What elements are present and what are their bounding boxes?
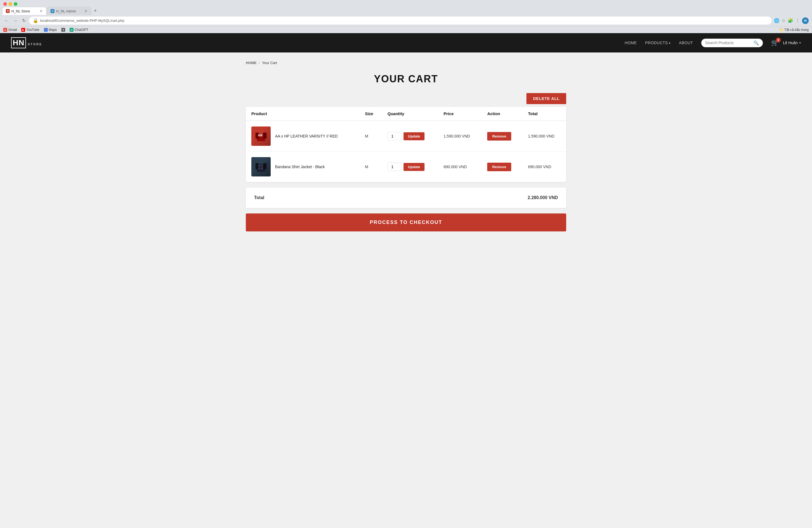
delete-all-button[interactable]: DELETE ALL (526, 93, 566, 104)
tab-admin-close[interactable]: ✕ (84, 9, 88, 13)
user-name: Lê Huân (783, 41, 798, 45)
browser-chrome: H H_NL Store ✕ H H_NL Admin ✕ + ← → ↻ 🔒 … (0, 0, 812, 33)
total-amount: 2.280.000 VND (528, 195, 558, 200)
product-cell-1: HA AA x HP LEATHER VARSITY // RED (246, 121, 359, 151)
table-row: HA AA x HP LEATHER VARSITY // RED M Upda… (246, 121, 566, 151)
bookmark-maps[interactable]: 📍 Maps (44, 28, 57, 32)
cart-table-container: Product Size Quantity Price Action Total (246, 107, 566, 182)
qty-input-1[interactable] (388, 132, 401, 140)
checkout-container: PROCESS TO CHECKOUT (246, 214, 566, 231)
cart-table: Product Size Quantity Price Action Total (246, 107, 566, 182)
total-cell-2: 690.000 VND (523, 151, 566, 182)
search-box: 🔍 (701, 39, 763, 47)
product-name-1: AA x HP LEATHER VARSITY // RED (275, 134, 338, 138)
remove-button-2[interactable]: Remove (487, 163, 511, 171)
table-row: Bandana Shirt Jacket - Black M Update 69… (246, 151, 566, 182)
qty-cell-2: Update (382, 151, 438, 182)
minimize-light[interactable] (9, 2, 12, 6)
breadcrumb: HOME / Your Cart (246, 61, 566, 65)
cart-button[interactable]: 🛒 2 (771, 39, 779, 46)
col-price: Price (438, 107, 482, 121)
tab-store-close[interactable]: ✕ (40, 9, 43, 13)
forward-button[interactable]: → (12, 18, 19, 24)
address-bar: ← → ↻ 🔒 localhost/Ecommerce_website-PHP-… (0, 15, 812, 26)
action-cell-1: Remove (482, 121, 523, 151)
tabs-bar: H H_NL Store ✕ H H_NL Admin ✕ + (0, 6, 812, 15)
svg-rect-9 (261, 165, 263, 167)
maps-icon: 📍 (44, 28, 48, 32)
bookmark-gmail[interactable]: G Gmail (3, 28, 17, 32)
action-cell-2: Remove (482, 151, 523, 182)
url-bar[interactable]: 🔒 localhost/Ecommerce_website-PHP-MySQL/… (29, 17, 772, 25)
profile-avatar[interactable]: H (802, 17, 809, 24)
bookmarks-all[interactable]: 📁 Tất cả dấu trang (779, 28, 809, 32)
store-favicon: H (6, 9, 10, 13)
checkout-button[interactable]: PROCESS TO CHECKOUT (246, 214, 566, 231)
search-input[interactable] (705, 41, 753, 45)
translate-icon[interactable]: 🌐 (774, 18, 779, 23)
tab-admin-label: H_NL Admin (56, 9, 76, 13)
close-light[interactable] (3, 2, 7, 6)
update-button-1[interactable]: Update (404, 132, 424, 140)
page-title: YOUR CART (246, 73, 566, 85)
bookmark-youtube-label: YouTube (26, 28, 39, 32)
col-quantity: Quantity (382, 107, 438, 121)
col-product: Product (246, 107, 359, 121)
bookmark-gmail-label: Gmail (8, 28, 17, 32)
tab-admin[interactable]: H H_NL Admin ✕ (47, 7, 91, 15)
main-container: HOME / Your Cart YOUR CART DELETE ALL Pr… (240, 53, 572, 248)
bookmark-generic[interactable]: ● (61, 28, 65, 32)
qty-container-2: Update (388, 163, 433, 171)
chatgpt-icon: AI (70, 28, 73, 32)
nav-products[interactable]: PRODUCTS (645, 41, 671, 45)
traffic-lights (0, 0, 812, 6)
col-total: Total (523, 107, 566, 121)
user-menu-button[interactable]: Lê Huân (783, 41, 801, 45)
new-tab-button[interactable]: + (92, 7, 99, 15)
price-cell-2: 690.000 VND (438, 151, 482, 182)
back-button[interactable]: ← (3, 18, 10, 24)
svg-rect-11 (261, 167, 263, 170)
total-label: Total (254, 195, 264, 200)
extension-icon[interactable]: 🧩 (788, 18, 793, 23)
cart-user-area: 🛒 2 Lê Huân (771, 39, 801, 46)
product-info-1: HA AA x HP LEATHER VARSITY // RED (251, 127, 354, 146)
youtube-icon: ▶ (21, 28, 25, 32)
nav-home[interactable]: HOME (625, 41, 637, 45)
product-info-2: Bandana Shirt Jacket - Black (251, 157, 354, 176)
col-size: Size (359, 107, 382, 121)
brand-logo[interactable]: HN STORE (11, 37, 42, 48)
product-image-1: HA (251, 127, 271, 146)
size-cell-1: M (359, 121, 382, 151)
tab-store[interactable]: H H_NL Store ✕ (2, 7, 46, 15)
bookmark-chatgpt-label: ChatGPT (75, 28, 88, 32)
brand-hn: HN (11, 37, 26, 48)
breadcrumb-separator: / (259, 61, 260, 65)
cart-table-body: HA AA x HP LEATHER VARSITY // RED M Upda… (246, 121, 566, 182)
delete-all-row: DELETE ALL (246, 93, 566, 104)
maximize-light[interactable] (14, 2, 17, 6)
gmail-icon: G (3, 28, 7, 32)
cart-table-header: Product Size Quantity Price Action Total (246, 107, 566, 121)
svg-rect-7 (263, 163, 266, 169)
reload-button[interactable]: ↻ (21, 17, 27, 24)
nav-links: HOME PRODUCTS ABOUT (625, 41, 693, 45)
bookmark-maps-label: Maps (49, 28, 57, 32)
brand-store: STORE (28, 43, 42, 46)
bookmark-icon[interactable]: ☆ (782, 18, 785, 23)
nav-about[interactable]: ABOUT (679, 41, 693, 45)
qty-input-2[interactable] (388, 163, 401, 171)
bookmark-chatgpt[interactable]: AI ChatGPT (70, 28, 88, 32)
page-content: HN STORE HOME PRODUCTS ABOUT 🔍 🛒 2 Lê Hu… (0, 33, 812, 528)
search-icon[interactable]: 🔍 (753, 40, 759, 46)
price-cell-1: 1.590.000 VND (438, 121, 482, 151)
bookmark-youtube[interactable]: ▶ YouTube (21, 28, 39, 32)
update-button-2[interactable]: Update (404, 163, 424, 171)
svg-rect-2 (263, 133, 266, 138)
menu-icon[interactable]: ⋮ (795, 18, 800, 23)
svg-text:HA: HA (258, 134, 262, 137)
svg-rect-10 (258, 167, 260, 170)
breadcrumb-home[interactable]: HOME (246, 61, 257, 65)
breadcrumb-current: Your Cart (262, 61, 277, 65)
remove-button-1[interactable]: Remove (487, 132, 511, 141)
